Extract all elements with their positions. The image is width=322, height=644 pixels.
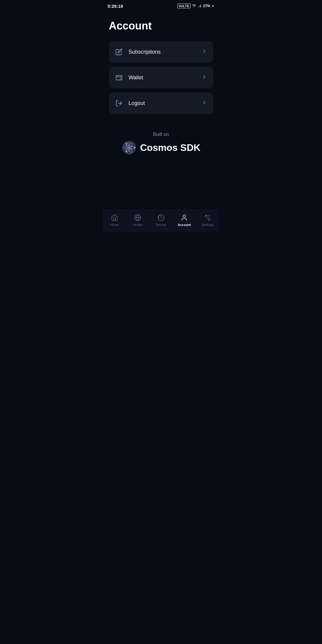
menu-list: Subscriptions Wallet	[109, 41, 213, 114]
nav-label-settings: Settings	[202, 223, 213, 227]
logout-chevron	[201, 100, 207, 107]
svg-rect-2	[200, 5, 201, 7]
account-icon	[180, 214, 188, 222]
status-time: 5:26:19	[108, 4, 123, 9]
subscriptions-label: Subscriptions	[129, 49, 161, 55]
nav-item-recent[interactable]: Recent	[152, 214, 170, 227]
svg-rect-0	[198, 6, 199, 7]
cosmos-logo-icon	[122, 140, 137, 155]
nav-item-home[interactable]: Home	[106, 214, 123, 227]
nav-item-settings[interactable]: Settings	[199, 214, 216, 227]
settings-icon	[204, 214, 211, 222]
svg-rect-4	[116, 75, 122, 80]
nav-label-account: Account	[178, 223, 191, 227]
battery-charging-icon	[211, 4, 214, 8]
svg-rect-5	[120, 78, 121, 79]
signal-icon	[198, 4, 202, 8]
svg-point-12	[134, 147, 135, 148]
nodes-icon	[134, 214, 142, 222]
wallet-menu-item[interactable]: Wallet	[109, 67, 213, 88]
status-icons: VoLTE 27%	[177, 4, 214, 8]
svg-point-8	[128, 147, 130, 149]
svg-point-18	[183, 215, 185, 217]
svg-rect-1	[199, 6, 200, 7]
logout-menu-item[interactable]: Logout	[109, 92, 213, 114]
wallet-left: Wallet	[115, 73, 143, 82]
logout-label: Logout	[129, 100, 145, 106]
cosmos-sdk-label: Cosmos SDK	[140, 142, 201, 153]
wifi-icon	[192, 4, 196, 8]
home-icon	[111, 214, 118, 222]
cosmos-sdk-row: Cosmos SDK	[122, 140, 201, 155]
nav-label-recent: Recent	[156, 223, 166, 227]
bottom-nav: Home Nodes Recent	[103, 210, 219, 233]
nav-label-home: Home	[110, 223, 119, 227]
battery-text: 27%	[203, 4, 210, 8]
wallet-icon	[115, 73, 123, 82]
volte-badge: VoLTE	[177, 4, 191, 8]
status-bar: 5:26:19 VoLTE 27%	[103, 0, 219, 11]
svg-point-13	[126, 143, 127, 145]
svg-point-14	[126, 151, 127, 152]
built-on-text: Built on	[153, 132, 169, 137]
logout-icon	[115, 99, 123, 107]
edit-icon	[115, 48, 123, 56]
subscriptions-menu-item[interactable]: Subscriptions	[109, 41, 213, 63]
recent-icon	[157, 214, 165, 222]
nav-item-nodes[interactable]: Nodes	[129, 214, 147, 227]
main-content: Account Subscriptions	[103, 11, 219, 185]
nav-label-nodes: Nodes	[133, 223, 143, 227]
page-title: Account	[109, 20, 213, 32]
wallet-chevron	[201, 74, 207, 81]
wallet-label: Wallet	[129, 75, 143, 81]
logout-left: Logout	[115, 99, 145, 107]
subscriptions-left: Subscriptions	[115, 48, 161, 56]
subscriptions-chevron	[201, 48, 207, 56]
nav-item-account[interactable]: Account	[175, 214, 193, 227]
svg-marker-3	[212, 5, 214, 7]
built-on-section: Built on Cosmos SDK	[109, 114, 213, 161]
